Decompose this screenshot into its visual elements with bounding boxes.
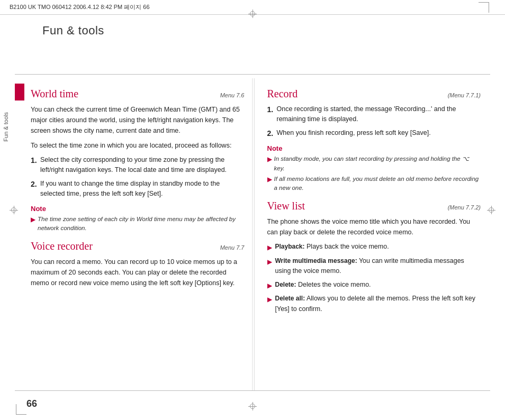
bullet-delete-all-body: Allows you to delete all the memos. Pres… [275,295,475,312]
record-note-text2: If all memo locations are full, you must… [274,175,481,193]
record-note-text1: In standby mode, you can start recording… [274,154,481,173]
step1-num: 1. [31,155,40,176]
bullet-delete: ▶ Delete: Deletes the voice memo. [267,280,481,291]
bullet-playback-label: Playback: [275,243,305,250]
side-tab-label: Fun & tools [3,112,9,142]
header-text: B2100 UK TMO 060412 2006.4.12 8:42 PM 페이… [10,3,150,11]
record-title: Record [267,88,298,100]
view-list-menu: (Menu 7.7.2) [448,204,481,211]
left-column: World time Menu 7.6 You can check the cu… [15,78,255,391]
bullet-delete-all: ▶ Delete all: Allows you to delete all t… [267,294,481,314]
crosshair-circle-left [11,207,16,213]
record-note-item2: ▶ If all memo locations are full, you mu… [267,175,481,193]
record-note: Note ▶ In standby mode, you can start re… [267,144,481,193]
world-time-note-item1: ▶ The time zone setting of each city in … [31,215,245,233]
world-time-body2: To select the time zone in which you are… [31,140,245,151]
voice-recorder-header: Voice recorder Menu 7.7 [31,240,245,252]
bullet-arrow-delete-all: ▶ [267,295,272,305]
note-item1-text: The time zone setting of each city in Wo… [38,215,245,233]
view-list-header: View list (Menu 7.7.2) [267,200,481,212]
world-time-step2: 2. If you want to change the time displa… [31,179,245,199]
voice-recorder-menu: Menu 7.7 [220,244,245,251]
bullet-multimedia-label: Write multimedia message: [275,257,357,264]
record-note-arrow1: ▶ [267,155,272,164]
corner-mark-top-right [479,2,489,13]
bullet-arrow-delete: ▶ [267,281,272,291]
record-step2: 2. When you finish recording, press left… [267,128,481,140]
bullet-delete-all-label: Delete all: [275,295,305,302]
bullet-playback: ▶ Playback: Plays back the voice memo. [267,242,481,253]
top-divider [15,74,490,75]
world-time-step1: 1. Select the city corresponding to your… [31,155,245,176]
record-note-arrow2: ▶ [267,175,272,184]
voice-recorder-title: Voice recorder [31,240,93,252]
step2-num: 2. [31,179,40,199]
record-step2-text: When you finish recording, press left so… [277,128,431,140]
world-time-note: Note ▶ The time zone setting of each cit… [31,205,245,233]
voice-recorder-section: Voice recorder Menu 7.7 You can record a… [31,240,245,288]
view-list-section: View list (Menu 7.7.2) The phone shows t… [267,200,481,314]
record-note-title: Note [267,144,481,152]
crosshair-circle-right [489,207,494,213]
bottom-divider [15,390,490,391]
crosshair-circle-top [250,11,255,16]
crosshair-top [248,10,257,18]
step2-text: If you want to change the time display i… [40,179,245,199]
record-menu: (Menu 7.7.1) [448,92,481,98]
world-time-menu: Menu 7.6 [220,92,245,98]
bullet-delete-body: Deletes the voice memo. [298,281,371,288]
record-note-item1: ▶ In standby mode, you can start recordi… [267,154,481,173]
step1-text: Select the city corresponding to your ti… [40,155,245,176]
content-area: World time Menu 7.6 You can check the cu… [15,78,490,391]
bullet-playback-body: Plays back the voice memo. [306,243,389,250]
record-step2-num: 2. [267,128,277,140]
bullet-delete-text: Delete: Deletes the voice memo. [275,280,371,290]
record-step1-text: Once recording is started, the message '… [277,104,481,125]
side-tab: Fun & tools [0,79,12,175]
world-time-header: World time Menu 7.6 [31,88,245,100]
right-column: Record (Menu 7.7.1) 1. Once recording is… [255,78,491,391]
bullet-arrow-multimedia: ▶ [267,257,272,267]
crosshair-bottom [248,402,257,410]
page-number: 66 [26,398,37,409]
voice-recorder-body: You can record a memo. You can record up… [31,257,245,288]
bullet-playback-text: Playback: Plays back the voice memo. [275,242,389,252]
bullet-arrow-playback: ▶ [267,243,272,253]
world-time-body: You can check the current time of Greenw… [31,104,245,136]
page-title: Fun & tools [42,24,104,38]
bullet-multimedia-text: Write multimedia message: You can write … [275,256,481,277]
world-time-title: World time [31,88,78,100]
note-arrow-icon: ▶ [31,215,35,224]
crosshair-circle-bottom [250,404,255,409]
view-list-title: View list [267,200,305,212]
record-step1: 1. Once recording is started, the messag… [267,104,481,125]
world-time-note-title: Note [31,205,245,213]
bullet-write-multimedia: ▶ Write multimedia message: You can writ… [267,256,481,277]
record-header: Record (Menu 7.7.1) [267,88,481,100]
record-step1-num: 1. [267,104,277,125]
corner-mark-bottom-left [16,404,26,415]
bullet-delete-all-text: Delete all: Allows you to delete all the… [275,294,481,314]
crosshair-left [10,206,18,214]
view-list-body: The phone shows the voice memo title whi… [267,216,481,238]
page: B2100 UK TMO 060412 2006.4.12 8:42 PM 페이… [0,0,505,420]
bullet-delete-label: Delete: [275,281,296,288]
crosshair-right [487,206,495,214]
